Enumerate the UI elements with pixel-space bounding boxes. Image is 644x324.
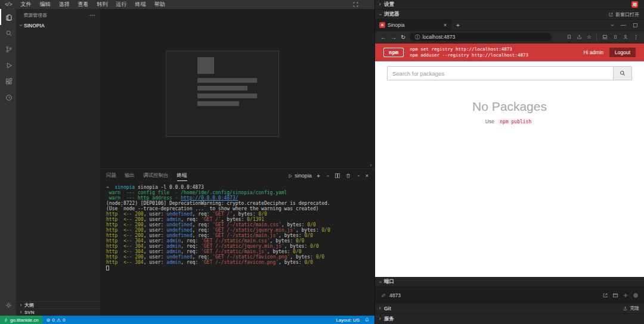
section-ports[interactable]: › 端口 xyxy=(375,277,644,287)
chevron-right-icon: › xyxy=(18,303,23,308)
browser-viewport: npm npm set registry http://localhost:48… xyxy=(375,43,644,277)
menu-item-4[interactable]: 转到 xyxy=(92,1,112,8)
chevron-right-icon: › xyxy=(377,2,382,7)
menu-item-2[interactable]: 选择 xyxy=(54,1,73,8)
terminal-line: http <-- 200, user: undefined, req: 'GET… xyxy=(106,222,374,228)
menu-item-3[interactable]: 查看 xyxy=(73,1,92,8)
info-icon: ⓘ xyxy=(414,33,420,41)
browser-minimize-button[interactable]: — xyxy=(621,22,626,28)
svn-section[interactable]: › SVN xyxy=(16,309,100,316)
npm-publish-code: npm publish xyxy=(497,119,534,125)
error-icon: ⊘ xyxy=(47,317,51,323)
terminal-line: http <-- 304, user: admin, req: 'GET /-/… xyxy=(106,249,374,254)
explorer-sidebar: 资源管理器 ⋯ › SINOPIA › 大纲 › SVN xyxy=(16,9,100,316)
tab-close-button[interactable]: × xyxy=(444,22,447,28)
section-browser[interactable]: › 浏览器 新窗口打开 xyxy=(375,10,644,20)
mobile-icon[interactable] xyxy=(613,34,618,40)
split-terminal-button[interactable] xyxy=(335,173,340,179)
new-terminal-button[interactable]: + xyxy=(317,173,320,179)
menu-item-1[interactable]: 编辑 xyxy=(35,1,54,8)
layout-status[interactable]: Layout: US xyxy=(336,317,360,323)
section-git[interactable]: › Git 克隆 xyxy=(375,303,644,314)
open-new-window-button[interactable]: 新窗口打开 xyxy=(608,11,642,18)
activity-run-debug[interactable] xyxy=(0,57,16,73)
browser-tab[interactable]: n Sinopia × xyxy=(375,20,451,30)
search-input[interactable] xyxy=(387,66,613,80)
open-in-browser-button[interactable] xyxy=(602,292,608,298)
chevron-down-icon: › xyxy=(18,23,23,28)
chevron-right-icon: › xyxy=(18,310,23,315)
close-panel-button[interactable]: × xyxy=(366,173,369,179)
menu-item-0[interactable]: 文件 xyxy=(16,1,35,8)
clone-button[interactable]: 克隆 xyxy=(623,305,642,311)
share-icon[interactable] xyxy=(577,34,582,40)
activity-extensions[interactable] xyxy=(0,73,16,89)
more-actions-icon[interactable]: ⋯ xyxy=(89,12,95,18)
npm-favicon: n xyxy=(379,22,385,28)
workbench: 资源管理器 ⋯ › SINOPIA › 大纲 › SVN xyxy=(0,9,374,316)
browser-dropdown-button[interactable]: › xyxy=(609,23,615,27)
expand-icon[interactable] xyxy=(352,1,359,8)
secondary-sidebar-toggle[interactable]: › xyxy=(369,163,373,168)
npm-command-2: npm adduser --registry http://localhost:… xyxy=(410,52,528,58)
clone-label: 克隆 xyxy=(630,305,639,311)
menu-item-7[interactable]: 帮助 xyxy=(150,1,169,8)
terminal-line: http <-- 200, user: undefined, req: 'GET… xyxy=(106,228,374,233)
chevron-right-icon: › xyxy=(377,316,382,322)
status-bar: go.titanide.cn ⊘ 0 ⚠ 0 Layout: US xyxy=(0,316,374,324)
panel-tab-2[interactable]: 调试控制台 xyxy=(143,171,169,181)
remote-host-label: go.titanide.cn xyxy=(10,317,39,323)
forward-button[interactable]: → xyxy=(391,34,397,40)
problems-status[interactable]: ⊘ 0 ⚠ 0 xyxy=(42,317,70,323)
browser-tab-bar: n Sinopia × + › — xyxy=(375,20,644,31)
bell-icon[interactable] xyxy=(364,317,370,323)
avatar-icon[interactable] xyxy=(623,34,628,40)
menu-item-6[interactable]: 终端 xyxy=(131,1,150,8)
section-settings[interactable]: › 设置 邓 xyxy=(375,0,644,10)
search-icon xyxy=(5,29,13,38)
greeting-text: Hi admin xyxy=(583,49,603,55)
refresh-button[interactable]: ↻ xyxy=(401,34,405,40)
star-icon[interactable]: ☆ xyxy=(587,34,592,40)
activity-settings[interactable] xyxy=(0,297,16,313)
new-tab-button[interactable]: + xyxy=(451,20,465,30)
bottom-panel: 问题输出调试控制台终端 sinopia + › xyxy=(100,169,374,316)
terminal-output[interactable]: ➜ sinopia sinopia -l 0.0.0.0:4873 warn -… xyxy=(100,182,374,316)
section-services[interactable]: › 服务 xyxy=(375,314,644,324)
ports-label: 端口 xyxy=(384,278,394,285)
port-number[interactable]: 4873 xyxy=(389,292,401,298)
bookmark-icon[interactable] xyxy=(566,34,572,40)
panel-tab-0[interactable]: 问题 xyxy=(106,171,116,181)
more-options-icon[interactable]: ⋮ xyxy=(633,34,639,40)
terminal-line: http <-- 200, user: undefined, req: 'GET… xyxy=(106,254,374,260)
terminal-dropdown-button[interactable]: › xyxy=(324,173,330,178)
terminal-profile-label: sinopia xyxy=(295,173,312,179)
activity-search[interactable] xyxy=(0,25,16,41)
menu-item-5[interactable]: 运行 xyxy=(112,1,131,8)
terminal-line: warn --- config file - /home/ide/.config… xyxy=(106,190,374,195)
url-field[interactable]: ⓘ localhost:4873 xyxy=(410,33,552,41)
stop-port-button[interactable] xyxy=(633,292,639,298)
port-settings-button[interactable] xyxy=(623,292,628,298)
user-avatar[interactable]: 邓 xyxy=(631,1,638,8)
panel-tab-1[interactable]: 输出 xyxy=(125,171,135,181)
back-button[interactable]: ← xyxy=(380,34,386,40)
panel-tab-3[interactable]: 终端 xyxy=(177,171,187,181)
laptop-icon[interactable] xyxy=(602,34,608,40)
maximize-panel-button[interactable]: › xyxy=(355,173,361,178)
activity-explorer[interactable] xyxy=(0,9,16,25)
git-label: Git xyxy=(384,306,391,311)
logout-button[interactable]: Logout xyxy=(609,48,636,57)
terminal-profile[interactable]: sinopia xyxy=(287,173,312,179)
remote-badge[interactable]: go.titanide.cn xyxy=(0,316,42,324)
search-button[interactable] xyxy=(613,66,632,80)
npm-logo[interactable]: npm xyxy=(383,48,404,57)
preview-button[interactable] xyxy=(612,292,618,298)
outline-section[interactable]: › 大纲 xyxy=(16,301,100,309)
browser-float-button[interactable] xyxy=(633,23,638,28)
editor-area xyxy=(100,9,374,169)
kill-terminal-button[interactable] xyxy=(345,173,351,179)
explorer-root-item[interactable]: › SINOPIA xyxy=(16,21,100,30)
activity-item-circle[interactable] xyxy=(0,89,16,105)
activity-source-control[interactable] xyxy=(0,41,16,57)
